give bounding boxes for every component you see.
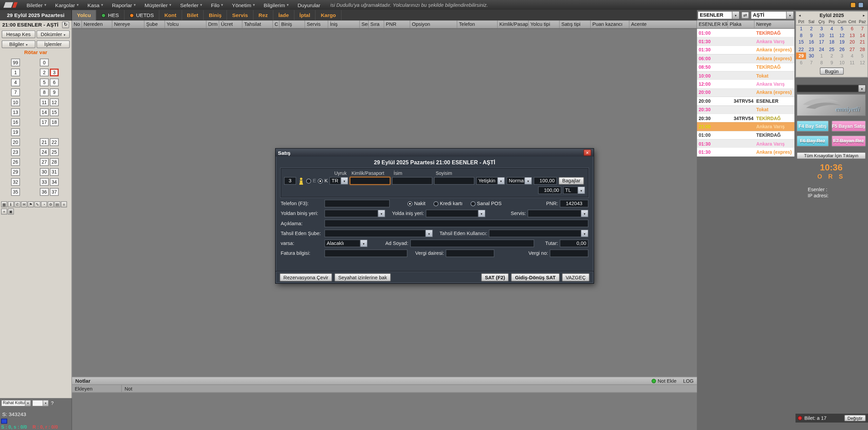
dokumler-button[interactable]: Dökümler ▾ <box>36 30 69 38</box>
calendar-day-3[interactable]: 3 <box>837 52 847 59</box>
calendar-day-10[interactable]: 10 <box>817 32 827 39</box>
calendar-day-7[interactable]: 7 <box>806 59 817 66</box>
seat-5[interactable]: 5 <box>40 79 49 86</box>
schedule-row[interactable]: 01:30Ankara Varış <box>697 139 794 148</box>
tab-bini[interactable]: Biniş <box>204 10 227 20</box>
seat-34[interactable]: 34 <box>50 178 59 186</box>
calendar-day-16[interactable]: 16 <box>806 39 817 46</box>
column-header-yolcu[interactable]: Yolcu <box>165 20 206 28</box>
seat-23[interactable]: 23 <box>11 148 20 156</box>
total-input[interactable]: 100,00 <box>538 186 561 194</box>
note-input[interactable] <box>325 219 588 227</box>
menu-y-netim[interactable]: Yönetim▾ <box>227 2 259 8</box>
invoice-input[interactable] <box>325 249 408 257</box>
seat-14[interactable]: 14 <box>40 109 49 116</box>
calendar-day-14[interactable]: 14 <box>857 32 867 39</box>
tab-kargo[interactable]: Kargo <box>316 10 342 20</box>
chevron-down-icon[interactable]: ▾ <box>25 400 30 406</box>
tab-i-ade[interactable]: İade <box>273 10 295 20</box>
seat-16[interactable]: 16 <box>11 118 20 126</box>
calendar-day-24[interactable]: 24 <box>817 46 827 52</box>
calendar-day-22[interactable]: 22 <box>796 46 806 52</box>
menu-duyurular[interactable]: Duyurular <box>293 2 325 8</box>
seat-0[interactable]: 0 <box>40 59 49 66</box>
calendar-day-2[interactable]: 2 <box>827 52 837 59</box>
chevron-down-icon[interactable]: ▾ <box>786 12 793 19</box>
gear-icon[interactable]: ⚙ <box>48 201 54 208</box>
seat-37[interactable]: 37 <box>50 188 59 196</box>
today-button[interactable]: Bugün <box>820 68 843 75</box>
tax-office-input[interactable] <box>446 249 494 257</box>
add-icon[interactable]: + <box>1 209 7 215</box>
calendar-day-26[interactable]: 26 <box>837 46 847 52</box>
app-logo-icon[interactable] <box>4 2 17 8</box>
calendar-day-19[interactable]: 19 <box>837 39 847 46</box>
calendar-day-15[interactable]: 15 <box>796 39 806 46</box>
calendar-day-17[interactable]: 17 <box>817 39 827 46</box>
calendar-day-7[interactable]: 7 <box>857 26 867 32</box>
tab-hes[interactable]: HES <box>96 10 124 20</box>
column-header-nereden[interactable]: Nereden <box>82 20 112 28</box>
seat-17[interactable]: 17 <box>40 118 49 126</box>
menu-raporlar[interactable]: Raporlar▾ <box>108 2 140 8</box>
f6-male-reservation-button[interactable]: F6 Bay Rez <box>796 135 828 147</box>
schedule-row[interactable]: 01:30Ankara (expres) <box>697 46 794 54</box>
payment-card-radio[interactable] <box>433 201 438 206</box>
column-header-tahsilat[interactable]: Tahsilat <box>242 20 273 28</box>
seat-35[interactable]: 35 <box>11 188 20 196</box>
cancel-button[interactable]: VAZGEÇ <box>562 273 590 281</box>
seat-36[interactable]: 36 <box>40 188 49 196</box>
edit-icon[interactable]: ✎ <box>34 201 41 208</box>
flag-icon[interactable]: ⚑ <box>28 201 34 208</box>
calendar-day-3[interactable]: 3 <box>817 26 827 32</box>
calendar-next-icon[interactable]: ▸ <box>860 13 867 17</box>
boarding-select[interactable]: ▾ <box>325 210 385 217</box>
calendar-day-8[interactable]: 8 <box>796 32 806 39</box>
to-reservation-button[interactable]: Rezervasyona Çevir <box>280 273 332 281</box>
menu-m-teriler[interactable]: Müşteriler▾ <box>140 2 176 8</box>
seat-26[interactable]: 26 <box>11 158 20 166</box>
chevron-down-icon[interactable]: ▾ <box>581 210 588 217</box>
seat-22[interactable]: 22 <box>50 138 59 146</box>
pnr-field[interactable]: 142043 <box>560 200 589 208</box>
schedule-row[interactable]: 01:00TEKİRDAĞ <box>697 29 794 37</box>
menu-seferler[interactable]: Seferler▾ <box>176 2 207 8</box>
tax-no-input[interactable] <box>550 249 588 257</box>
fare-type-select[interactable]: Normal ▾ <box>507 177 532 185</box>
column-header-drm[interactable]: Drm <box>206 20 219 28</box>
tab-i-ptal[interactable]: İptal <box>295 10 316 20</box>
phone-icon[interactable]: ✆ <box>14 201 20 208</box>
calendar-day-23[interactable]: 23 <box>806 46 817 52</box>
gender-male-radio[interactable] <box>306 178 311 183</box>
calendar-day-30[interactable]: 30 <box>806 52 817 59</box>
column-header-bini[interactable]: Biniş <box>280 20 305 28</box>
help-label[interactable]: ? <box>51 400 54 406</box>
seat-33[interactable]: 33 <box>40 178 49 186</box>
seat-type-select[interactable]: Rahat Koltuk ▾ <box>1 400 31 407</box>
schedule-col-departure[interactable]: ESENLER Klkş. <box>697 20 728 28</box>
f5-female-sale-button[interactable]: F5 Bayan Satış <box>831 120 866 132</box>
seat-31[interactable]: 31 <box>50 168 59 176</box>
collect-branch-select[interactable]: ▾ <box>325 230 433 237</box>
chevron-down-icon[interactable]: ▾ <box>578 187 585 194</box>
schedule-row[interactable]: 06:00Ankara (expres) <box>697 54 794 63</box>
dialog-titlebar[interactable]: Satış × <box>276 149 594 156</box>
passenger-icon[interactable] <box>298 177 305 184</box>
column-header-yolcu-tipi[interactable]: Yolcu tipi <box>529 20 560 28</box>
schedule-row[interactable]: 20:0034TRV54ESENLER <box>697 97 794 105</box>
chevron-down-icon[interactable]: ▾ <box>732 12 739 19</box>
seat-15[interactable]: 15 <box>50 109 59 116</box>
calendar-day-21[interactable]: 21 <box>857 39 867 46</box>
calendar-prev-icon[interactable]: ◂ <box>796 13 803 17</box>
calendar-day-2[interactable]: 2 <box>806 26 817 32</box>
chevron-down-icon[interactable]: ▾ <box>581 230 588 237</box>
column-header-nereye[interactable]: Nereye <box>112 20 144 28</box>
calendar-day-11[interactable]: 11 <box>847 59 857 66</box>
schedule-row[interactable]: 10:00Tokat <box>697 71 794 80</box>
schedule-row[interactable]: 20:30Tokat <box>697 105 794 114</box>
tab-servis[interactable]: Servis <box>227 10 253 20</box>
seat-8[interactable]: 8 <box>40 88 49 96</box>
seat-13[interactable]: 13 <box>11 109 20 116</box>
hesap-kes-button[interactable]: Hesap Kes <box>2 30 35 38</box>
chevron-down-icon[interactable]: ▾ <box>43 400 48 406</box>
